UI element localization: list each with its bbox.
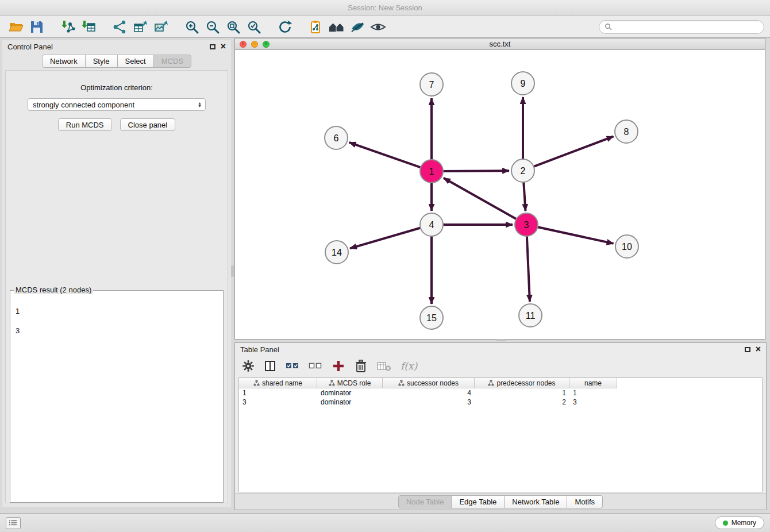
graph-node-14[interactable]: 14 — [325, 241, 348, 264]
graph-edge-2-8[interactable] — [533, 136, 614, 167]
open-session-button[interactable] — [6, 18, 26, 36]
node-table: shared name MCDS role successor nodes pr… — [238, 377, 763, 492]
graph-node-11[interactable]: 11 — [519, 304, 542, 327]
style-button[interactable] — [347, 18, 368, 36]
graph-edge-1-2[interactable] — [442, 171, 509, 171]
horizontal-splitter-handle[interactable] — [496, 339, 506, 341]
zoom-fit-button[interactable] — [223, 18, 244, 36]
graph-node-label: 8 — [624, 127, 629, 137]
export-table-button[interactable] — [130, 18, 151, 36]
select-all-button[interactable] — [286, 358, 299, 374]
table-panel-header: Table Panel × — [235, 343, 766, 356]
show-columns-button[interactable] — [264, 358, 276, 374]
graph-edge-3-1[interactable] — [444, 178, 517, 219]
tab-mcds[interactable]: MCDS — [153, 55, 191, 68]
float-panel-icon[interactable] — [210, 44, 215, 49]
open-folder-icon — [9, 20, 24, 34]
zoom-in-button[interactable] — [182, 18, 202, 36]
new-network-button[interactable] — [109, 18, 130, 36]
close-table-panel-icon[interactable]: × — [756, 345, 761, 354]
graph-edge-2-3[interactable] — [523, 181, 525, 211]
graph-edge-3-10[interactable] — [537, 227, 614, 244]
close-window-icon[interactable]: × — [240, 41, 247, 48]
graph-node-4[interactable]: 4 — [420, 213, 443, 236]
graph-edge-3-11[interactable] — [527, 235, 530, 302]
table-settings-button[interactable] — [242, 358, 255, 374]
cell-successor-nodes[interactable]: 4 — [383, 389, 475, 397]
column-header-name[interactable]: name — [569, 378, 617, 388]
minimize-window-icon[interactable]: − — [251, 41, 258, 48]
graph-node-15[interactable]: 15 — [420, 306, 443, 329]
network-view-window: scc.txt × − + 7968124314101511 — [234, 38, 765, 340]
tab-edge-table[interactable]: Edge Table — [451, 495, 505, 508]
zoom-window-icon[interactable]: + — [263, 41, 270, 48]
task-history-button[interactable] — [6, 517, 21, 529]
criterion-dropdown[interactable]: strongly connected component ▲▼ — [28, 98, 206, 111]
network-graph[interactable]: 7968124314101511 — [235, 50, 765, 339]
graph-node-10[interactable]: 10 — [615, 235, 638, 258]
graph-node-3[interactable]: 3 — [515, 213, 538, 236]
cell-mcds-role[interactable]: dominator — [317, 389, 383, 397]
tab-network[interactable]: Network — [42, 55, 86, 68]
first-neighbors-button[interactable] — [326, 18, 347, 36]
network-clipboard-button[interactable] — [306, 18, 326, 36]
show-hide-button[interactable] — [368, 18, 388, 36]
status-bar: Memory — [0, 513, 770, 532]
import-network-button[interactable] — [57, 18, 78, 36]
tab-network-table[interactable]: Network Table — [504, 495, 567, 508]
network-window-titlebar[interactable]: scc.txt × − + — [235, 38, 765, 50]
delete-table-icon — [376, 360, 391, 372]
cell-name[interactable]: 3 — [569, 398, 617, 406]
apply-layout-button[interactable] — [275, 18, 295, 36]
memory-button[interactable]: Memory — [715, 516, 764, 529]
network-window-title: scc.txt — [235, 40, 765, 48]
column-header-successor-nodes[interactable]: successor nodes — [383, 378, 475, 388]
table-row[interactable]: 1 dominator 4 1 1 — [239, 388, 762, 398]
cell-mcds-role[interactable]: dominator — [317, 398, 383, 406]
delete-table-button[interactable] — [376, 358, 391, 374]
network-canvas[interactable]: 7968124314101511 — [235, 50, 765, 339]
table-row[interactable]: 3 dominator 3 2 3 — [239, 398, 762, 407]
export-image-button[interactable] — [151, 18, 171, 36]
column-header-predecessor-nodes[interactable]: predecessor nodes — [475, 378, 569, 388]
close-panel-icon[interactable]: × — [221, 42, 226, 51]
window-title: Session: New Session — [348, 3, 422, 12]
cell-name[interactable]: 1 — [569, 389, 617, 397]
tab-motifs[interactable]: Motifs — [567, 495, 603, 508]
cell-predecessor-nodes[interactable]: 1 — [475, 389, 569, 397]
graph-edge-4-14[interactable] — [350, 228, 422, 248]
graph-node-7[interactable]: 7 — [420, 73, 443, 96]
cell-shared-name[interactable]: 3 — [239, 398, 317, 406]
deselect-all-button[interactable] — [309, 358, 322, 374]
cell-successor-nodes[interactable]: 3 — [383, 398, 475, 406]
add-column-button[interactable] — [332, 358, 345, 374]
tab-select[interactable]: Select — [117, 55, 154, 68]
tab-node-table[interactable]: Node Table — [398, 495, 452, 508]
graph-edge-1-6[interactable] — [349, 142, 422, 168]
graph-node-6[interactable]: 6 — [325, 126, 348, 149]
zoom-selected-button[interactable] — [244, 18, 264, 36]
graph-node-2[interactable]: 2 — [511, 159, 534, 182]
plus-icon — [332, 359, 345, 373]
cell-predecessor-nodes[interactable]: 2 — [475, 398, 569, 406]
graph-node-9[interactable]: 9 — [511, 72, 534, 95]
vertical-splitter-handle[interactable] — [231, 265, 234, 277]
graph-node-8[interactable]: 8 — [615, 120, 638, 143]
function-builder-button[interactable]: f(x) — [401, 358, 417, 374]
save-floppy-icon — [29, 20, 44, 34]
run-mcds-button[interactable]: Run MCDS — [58, 118, 112, 131]
tab-style[interactable]: Style — [85, 55, 118, 68]
search-input[interactable] — [615, 22, 759, 31]
column-header-shared-name[interactable]: shared name — [239, 378, 317, 388]
graph-node-label: 14 — [332, 248, 342, 257]
column-header-mcds-role[interactable]: MCDS role — [317, 378, 383, 388]
control-panel: Control Panel × Network Style Select MCD… — [2, 40, 231, 507]
delete-column-button[interactable] — [355, 358, 367, 374]
zoom-out-button[interactable] — [202, 18, 223, 36]
close-panel-button[interactable]: Close panel — [120, 118, 176, 131]
float-table-panel-icon[interactable] — [745, 347, 750, 352]
graph-node-1[interactable]: 1 — [420, 160, 443, 183]
cell-shared-name[interactable]: 1 — [239, 389, 317, 397]
import-table-button[interactable] — [78, 18, 99, 36]
save-session-button[interactable] — [26, 18, 47, 36]
